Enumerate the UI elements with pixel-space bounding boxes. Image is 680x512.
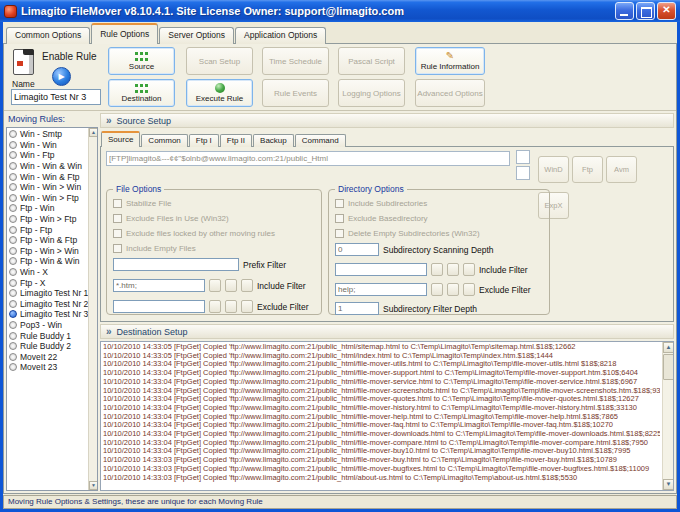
scroll-down-icon[interactable]: ▼ bbox=[89, 481, 98, 490]
path-aux-field-2[interactable] bbox=[516, 166, 530, 180]
file-option-checkbox-row[interactable]: Exclude files locked by other moving rul… bbox=[113, 229, 318, 238]
dir-exclude-filter-input[interactable] bbox=[335, 283, 427, 296]
filter-edit-button[interactable] bbox=[431, 283, 443, 296]
source-tab[interactable]: Ftp II bbox=[220, 134, 252, 147]
source-tab[interactable]: Command bbox=[295, 134, 346, 147]
moving-rule-item[interactable]: Win - Win & Ftp bbox=[7, 171, 97, 182]
scanning-depth-input[interactable] bbox=[335, 243, 379, 256]
time-schedule-button[interactable]: Time Schedule bbox=[262, 47, 329, 75]
filter-edit-button[interactable] bbox=[225, 300, 237, 313]
moving-rule-item[interactable]: Limagito Test Nr 3 bbox=[7, 309, 97, 320]
source-button[interactable]: Source bbox=[108, 47, 175, 75]
moving-rule-item[interactable]: Ftp - X bbox=[7, 277, 97, 288]
main-tab[interactable]: Server Options bbox=[159, 27, 234, 44]
rule-information-button[interactable]: ✎ Rule Information bbox=[415, 47, 485, 75]
moving-rule-item[interactable]: Win - Win > Ftp bbox=[7, 193, 97, 204]
main-tab[interactable]: Common Options bbox=[6, 27, 90, 44]
moving-rule-item[interactable]: Ftp - Win & Win bbox=[7, 256, 97, 267]
advanced-options-button[interactable]: Advanced Options bbox=[415, 79, 485, 107]
logging-options-button[interactable]: Logging Options bbox=[338, 79, 405, 107]
checkbox-icon[interactable] bbox=[335, 214, 344, 223]
filter-edit-button[interactable] bbox=[463, 283, 475, 296]
moving-rule-item[interactable]: Limagito Test Nr 1 bbox=[7, 288, 97, 299]
moving-rule-item[interactable]: Win - Ftp bbox=[7, 150, 97, 161]
filter-edit-button[interactable] bbox=[431, 263, 443, 276]
moving-rule-item[interactable]: Rule Buddy 1 bbox=[7, 330, 97, 341]
scroll-up-icon[interactable]: ▲ bbox=[663, 342, 674, 353]
moving-rule-item[interactable]: Ftp - Win > Ftp bbox=[7, 214, 97, 225]
main-tab[interactable]: Rule Options bbox=[91, 23, 158, 44]
filter-edit-button[interactable] bbox=[209, 279, 221, 292]
directory-option-checkbox-row[interactable]: Include Subdirectories bbox=[335, 199, 546, 208]
path-browse-button[interactable]: Ftp bbox=[572, 156, 603, 183]
checkbox-icon[interactable] bbox=[113, 199, 122, 208]
destination-button[interactable]: Destination bbox=[108, 79, 175, 107]
moving-rule-item[interactable]: MoveIt 22 bbox=[7, 351, 97, 362]
directory-option-checkbox-row[interactable]: Exclude Basedirectory bbox=[335, 214, 546, 223]
checkbox-icon[interactable] bbox=[335, 229, 344, 238]
moving-rule-item[interactable]: Limagito Test Nr 2 bbox=[7, 299, 97, 310]
expand-chevron-icon[interactable]: » bbox=[106, 327, 112, 337]
close-button[interactable] bbox=[657, 2, 676, 20]
file-option-checkbox-row[interactable]: Stabilize File bbox=[113, 199, 318, 208]
main-tab[interactable]: Application Options bbox=[235, 27, 326, 44]
filter-edit-button[interactable] bbox=[447, 263, 459, 276]
transfer-log[interactable]: ▲ ▼ 10/10/2010 14:33:05 [FtpGet] Copied … bbox=[100, 341, 674, 491]
checkbox-icon[interactable] bbox=[335, 199, 344, 208]
collapse-chevron-icon[interactable]: » bbox=[106, 116, 112, 126]
maximize-button[interactable] bbox=[636, 2, 655, 20]
moving-rule-item[interactable]: Win - Win > Win bbox=[7, 182, 97, 193]
rule-events-button[interactable]: Rule Events bbox=[262, 79, 329, 107]
moving-rule-item[interactable]: Win - X bbox=[7, 267, 97, 278]
checkbox-icon[interactable] bbox=[113, 244, 122, 253]
moving-rule-item[interactable]: Win - Win bbox=[7, 140, 97, 151]
rule-list-scrollbar[interactable]: ▲ ▼ bbox=[88, 128, 97, 490]
moving-rule-item[interactable]: Ftp - Win & Ftp bbox=[7, 235, 97, 246]
filter-depth-input[interactable] bbox=[335, 302, 379, 315]
moving-rules-list[interactable]: ▲ ▼ Win - Smtp Win - Win bbox=[6, 127, 98, 491]
directory-option-checkbox-row[interactable]: Delete Empty Subdirectories (Win32) bbox=[335, 229, 546, 238]
file-exclude-filter-input[interactable] bbox=[113, 300, 205, 313]
path-browse-button[interactable]: Avm bbox=[606, 156, 637, 183]
moving-rule-item[interactable]: Ftp - Win > Win bbox=[7, 246, 97, 257]
moving-rule-item[interactable]: MoveIt 23 bbox=[7, 362, 97, 373]
log-scrollbar[interactable]: ▲ ▼ bbox=[662, 342, 673, 490]
source-tab[interactable]: Common bbox=[141, 134, 187, 147]
filter-edit-button[interactable] bbox=[447, 283, 459, 296]
filter-edit-button[interactable] bbox=[241, 300, 253, 313]
destination-setup-header[interactable]: » Destination Setup bbox=[100, 324, 674, 339]
prefix-filter-input[interactable] bbox=[113, 258, 239, 271]
enable-rule-play-button[interactable]: ▶ bbox=[52, 67, 71, 86]
filter-edit-button[interactable] bbox=[463, 263, 475, 276]
checkbox-icon[interactable] bbox=[113, 229, 122, 238]
scroll-down-icon[interactable]: ▼ bbox=[663, 479, 674, 490]
moving-rule-item[interactable]: Ftp - Win bbox=[7, 203, 97, 214]
moving-rule-item[interactable]: Pop3 - Win bbox=[7, 320, 97, 331]
scroll-thumb[interactable] bbox=[663, 354, 674, 380]
source-tab[interactable]: Source bbox=[101, 131, 140, 147]
filter-edit-button[interactable] bbox=[241, 279, 253, 292]
path-browse-button[interactable]: WinD bbox=[538, 156, 569, 183]
checkbox-icon[interactable] bbox=[113, 214, 122, 223]
moving-rule-item[interactable]: Rule Buddy 2 bbox=[7, 341, 97, 352]
minimize-button[interactable] bbox=[615, 2, 634, 20]
rule-name-input[interactable] bbox=[11, 89, 101, 105]
source-setup-header[interactable]: » Source Setup bbox=[100, 113, 674, 128]
scroll-up-icon[interactable]: ▲ bbox=[89, 128, 98, 137]
execute-rule-button[interactable]: Execute Rule bbox=[186, 79, 253, 107]
pascal-script-button[interactable]: Pascal Script bbox=[338, 47, 405, 75]
filter-edit-button[interactable] bbox=[209, 300, 221, 313]
file-option-checkbox-row[interactable]: Exclude Files in Use (Win32) bbox=[113, 214, 318, 223]
source-tab[interactable]: Backup bbox=[253, 134, 294, 147]
filter-edit-button[interactable] bbox=[225, 279, 237, 292]
scan-setup-button[interactable]: Scan Setup bbox=[186, 47, 253, 75]
moving-rule-item[interactable]: Win - Win & Win bbox=[7, 161, 97, 172]
dir-include-filter-input[interactable] bbox=[335, 263, 427, 276]
moving-rule-item[interactable]: Win - Smtp bbox=[7, 129, 97, 140]
file-option-checkbox-row[interactable]: Include Empty Files bbox=[113, 244, 318, 253]
source-tab[interactable]: Ftp I bbox=[189, 134, 219, 147]
file-include-filter-input[interactable] bbox=[113, 279, 205, 292]
source-path-input[interactable] bbox=[106, 151, 510, 166]
path-aux-field-1[interactable] bbox=[516, 150, 530, 164]
moving-rule-item[interactable]: Ftp - Ftp bbox=[7, 224, 97, 235]
